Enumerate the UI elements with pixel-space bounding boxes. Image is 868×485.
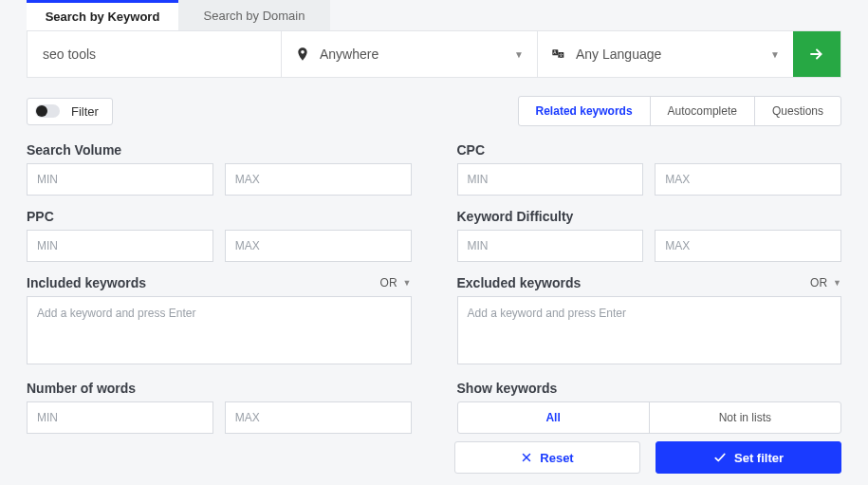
filter-toggle-label: Filter bbox=[71, 104, 99, 119]
set-filter-button-label: Set filter bbox=[734, 451, 784, 465]
cpc-min[interactable] bbox=[457, 163, 644, 196]
chevron-down-icon: ▼ bbox=[403, 278, 412, 288]
tab-related-keywords[interactable]: Related keywords bbox=[519, 97, 650, 125]
label-ppc: PPC bbox=[27, 209, 412, 224]
close-icon bbox=[521, 452, 532, 463]
search-volume-max[interactable] bbox=[225, 163, 412, 196]
language-icon: A文 bbox=[551, 47, 566, 62]
included-logic-label: OR bbox=[380, 276, 397, 289]
location-pin-icon bbox=[295, 47, 310, 62]
reset-button-label: Reset bbox=[540, 451, 573, 465]
num-words-max[interactable] bbox=[225, 401, 412, 434]
kd-max[interactable] bbox=[655, 230, 841, 262]
set-filter-button[interactable]: Set filter bbox=[656, 441, 841, 474]
ppc-min[interactable] bbox=[27, 230, 213, 262]
chevron-down-icon: ▼ bbox=[833, 278, 841, 288]
chevron-down-icon: ▼ bbox=[770, 49, 780, 60]
excluded-keywords-input[interactable] bbox=[457, 296, 842, 364]
search-bar: Anywhere ▼ A文 Any Language ▼ bbox=[27, 30, 841, 78]
check-icon bbox=[713, 451, 727, 464]
seg-not-in-lists[interactable]: Not in lists bbox=[649, 402, 840, 433]
cpc-max[interactable] bbox=[655, 163, 841, 196]
label-keyword-difficulty: Keyword Difficulty bbox=[457, 209, 842, 224]
action-buttons: Reset Set filter bbox=[454, 441, 841, 474]
label-included-keywords: Included keywords bbox=[27, 275, 146, 290]
ppc-max[interactable] bbox=[225, 230, 412, 262]
tab-questions[interactable]: Questions bbox=[754, 97, 840, 125]
arrow-right-icon bbox=[808, 46, 825, 63]
keyword-type-tabs: Related keywords Autocomplete Questions bbox=[518, 96, 841, 126]
label-cpc: CPC bbox=[457, 142, 842, 158]
show-keywords-segmented: All Not in lists bbox=[457, 401, 842, 434]
language-label: Any Language bbox=[576, 47, 661, 62]
num-words-min[interactable] bbox=[27, 401, 213, 434]
search-button[interactable] bbox=[793, 31, 840, 77]
language-select[interactable]: A文 Any Language ▼ bbox=[537, 31, 793, 77]
search-mode-tabs: Search by Keyword Search by Domain bbox=[27, 0, 841, 30]
chevron-down-icon: ▼ bbox=[514, 49, 524, 60]
included-logic-select[interactable]: OR ▼ bbox=[380, 276, 412, 289]
tab-autocomplete[interactable]: Autocomplete bbox=[650, 97, 754, 125]
seg-all[interactable]: All bbox=[458, 402, 649, 433]
search-volume-min[interactable] bbox=[27, 163, 213, 196]
label-search-volume: Search Volume bbox=[27, 142, 412, 158]
toggle-thumb bbox=[36, 105, 47, 117]
toggle-track bbox=[35, 104, 60, 118]
keyword-input[interactable] bbox=[28, 31, 281, 77]
tab-search-by-domain[interactable]: Search by Domain bbox=[178, 0, 330, 30]
excluded-logic-label: OR bbox=[810, 276, 827, 289]
included-keywords-input[interactable] bbox=[27, 296, 412, 364]
excluded-logic-select[interactable]: OR ▼ bbox=[810, 276, 841, 289]
reset-button[interactable]: Reset bbox=[454, 441, 640, 474]
label-show-keywords: Show keywords bbox=[457, 381, 842, 396]
label-excluded-keywords: Excluded keywords bbox=[457, 275, 582, 290]
filters-panel: Search Volume PPC Included keywords OR ▼ bbox=[27, 142, 841, 434]
filter-toggle[interactable]: Filter bbox=[27, 98, 113, 125]
label-number-of-words: Number of words bbox=[27, 381, 412, 396]
location-select[interactable]: Anywhere ▼ bbox=[281, 31, 537, 77]
location-label: Anywhere bbox=[320, 47, 379, 62]
tab-search-by-keyword[interactable]: Search by Keyword bbox=[27, 0, 178, 30]
kd-min[interactable] bbox=[457, 230, 644, 262]
svg-text:文: 文 bbox=[559, 52, 563, 58]
